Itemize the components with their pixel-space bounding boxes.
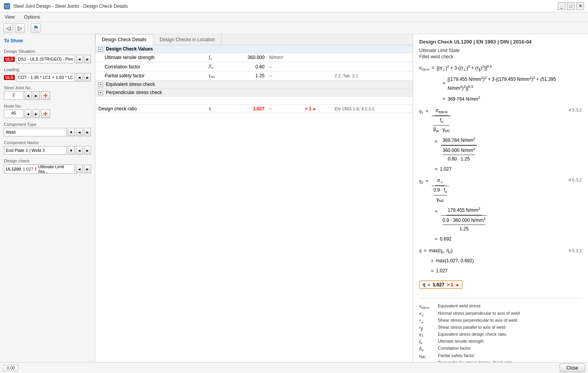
formula3-lhs: η2	[419, 176, 423, 186]
row-note-safety: 2.2, Tab. 2.1	[331, 71, 413, 80]
component-name-section: Component Name End Plate 1 | Weld 3 ▼ ◄ …	[4, 140, 91, 155]
menu-options[interactable]: Options	[23, 14, 42, 21]
weld-check-subtitle: Fillet weld check	[419, 54, 582, 59]
steel-joint-pick[interactable]: ✛	[41, 91, 50, 100]
node-no-value[interactable]: 45	[4, 110, 23, 118]
design-situation-dropdown[interactable]: DS1 - ULS (STR/GEO) - Perma...	[16, 55, 75, 63]
check-code: UL1200	[6, 167, 21, 171]
design-check-row: UL1200 1.027 ! Ultimate Limit Sta... ◄ ►	[4, 164, 91, 174]
node-no-prev[interactable]: ◄	[24, 110, 32, 118]
design-check-prev[interactable]: ◄	[76, 165, 83, 173]
steel-joint-prev[interactable]: ◄	[24, 91, 32, 100]
row-value-corr: 0.80	[228, 62, 266, 71]
row-unit-safety: --	[266, 71, 302, 80]
formula1-eq: =	[432, 64, 434, 72]
window-controls: _ □ ✕	[558, 2, 584, 10]
formula1-lhs: σeqv,w	[419, 64, 429, 73]
component-name-dropdown-arrow[interactable]: ▼	[68, 146, 75, 155]
table-row: Partial safety factor γM2 1.25 -- 2.2, T…	[95, 71, 413, 80]
right-panel: Design Check UL1200 | EN 1993 | DIN | 20…	[413, 34, 588, 362]
equiv-expand-icon[interactable]: +	[98, 82, 103, 87]
component-type-dropdown[interactable]: Weld	[4, 128, 66, 136]
formula4-eq2: max(1.027, 0.692)	[436, 257, 474, 265]
toolbar-btn-flag[interactable]: ⚑	[31, 23, 41, 33]
legend-row-0: σeqv,w Equivalent weld stress	[419, 303, 582, 309]
loading-row: ULS CO7 - 1.35 * LC1 + 1.50 * LC5... ◄ ►	[4, 73, 91, 82]
row-name-tensile: Ultimate tensile strength	[95, 53, 206, 62]
steel-joint-next[interactable]: ►	[33, 91, 40, 100]
title-bar: SJ Steel Joint Design - Steel Joints - D…	[0, 0, 588, 12]
component-type-dropdown-arrow[interactable]: ▼	[68, 128, 75, 136]
legend-row-2: τ⊥ Shear stress perpendicular to axis of…	[419, 318, 582, 324]
loading-section: Loading ULS CO7 - 1.35 * LC1 + 1.50 * LC…	[4, 67, 91, 82]
row-symbol-ratio: η	[206, 105, 228, 113]
component-type-prev[interactable]: ◄	[76, 128, 83, 136]
toolbar-btn-forward[interactable]: ▷	[15, 23, 25, 33]
perp-expand-icon[interactable]: +	[98, 91, 103, 95]
status-value: 0,00	[3, 365, 18, 371]
result-symbol: η	[423, 282, 425, 288]
bottom-bar: 0,00 Close	[0, 362, 588, 373]
loading-next[interactable]: ►	[84, 73, 91, 82]
table-row: Correlation factor βw 0.80 --	[95, 62, 413, 71]
window-title: Steel Joint Design - Steel Joints - Desi…	[13, 3, 128, 9]
node-no-next[interactable]: ►	[33, 110, 40, 118]
design-situation-row: ULS DS1 - ULS (STR/GEO) - Perma... ◄ ►	[4, 55, 91, 63]
formula2-lhs: η1	[419, 106, 423, 116]
toolbar-btn-back[interactable]: ◁	[3, 23, 13, 33]
component-type-next[interactable]: ►	[84, 128, 91, 136]
design-situation-prev[interactable]: ◄	[76, 55, 83, 63]
check-ratio: 1.027	[23, 167, 33, 171]
check-exclamation: !	[35, 166, 37, 172]
legend-block: σeqv,w Equivalent weld stress σ⊥ Normal …	[419, 298, 582, 362]
legend-row-7: γM2 Partial safety factor	[419, 353, 582, 359]
legend-row-8: η2 Perpendicular stress design check rat…	[419, 360, 582, 362]
loading-label: Loading	[4, 67, 91, 72]
row-value-safety: 1.25	[228, 71, 266, 80]
tab-design-checks-location[interactable]: Design Checks in Location	[153, 34, 222, 45]
table-spacer	[95, 97, 413, 105]
steel-joint-row: 2 ◄ ► ✛	[4, 91, 91, 100]
loading-prev[interactable]: ◄	[76, 73, 83, 82]
result-box: η = 1.027 > 1 ⬥	[419, 281, 462, 289]
legend-row-1: σ⊥ Normal stress perpendicular to axis o…	[419, 311, 582, 317]
formula4-result: 1.027	[436, 267, 448, 275]
design-check-section: Design check UL1200 1.027 ! Ultimate Lim…	[4, 159, 91, 174]
node-no-section: Node No. 45 ◄ ► ✛	[4, 104, 91, 118]
design-situation-label: Design Situation	[4, 49, 91, 54]
table-row: Ultimate tensile strength fu 360.000 N/m…	[95, 53, 413, 62]
row-unit-corr: --	[266, 62, 302, 71]
main-content: To Show Design Situation ULS DS1 - ULS (…	[0, 34, 588, 362]
node-no-pick[interactable]: ✛	[41, 110, 50, 118]
row-name-corr: Correlation factor	[95, 62, 206, 71]
restore-button[interactable]: □	[567, 2, 575, 10]
check-description: Ultimate Limit Sta...	[38, 164, 73, 174]
steel-joint-value[interactable]: 2	[4, 91, 23, 100]
menu-view[interactable]: View	[3, 14, 16, 21]
result-exclamation: ⬥	[456, 282, 459, 288]
node-no-row: 45 ◄ ► ✛	[4, 110, 91, 118]
left-panel: To Show Design Situation ULS DS1 - ULS (…	[0, 34, 95, 362]
minimize-button[interactable]: _	[558, 2, 565, 10]
close-button[interactable]: Close	[560, 364, 585, 372]
formula-block-2: η1 = σeqv,w fu βw · γM2	[419, 106, 582, 173]
component-name-prev[interactable]: ◄	[76, 146, 83, 155]
row-symbol-corr: βw	[206, 62, 228, 71]
section-expand-icon[interactable]: −	[98, 47, 103, 52]
formula4-lhs: η	[419, 247, 422, 255]
tab-design-check-details[interactable]: Design Check Details	[95, 34, 153, 45]
component-name-next[interactable]: ►	[84, 146, 91, 155]
tab-bar: Design Check Details Design Checks in Lo…	[95, 34, 413, 45]
table-row-ratio: Design check ratio η 1.027 -- > 1 ⬥ EN 1…	[95, 105, 413, 113]
formula4-eq1: max(η1, η2)	[429, 247, 453, 256]
loading-dropdown[interactable]: CO7 - 1.35 * LC1 + 1.50 * LC5...	[16, 73, 75, 82]
table-section-header: − Design Check Values	[95, 45, 413, 53]
close-button[interactable]: ✕	[576, 2, 584, 10]
formula2-ref: 4.5.3.2	[569, 106, 582, 114]
app-icon: SJ	[4, 3, 10, 9]
design-check-next[interactable]: ►	[84, 165, 91, 173]
component-name-dropdown[interactable]: End Plate 1 | Weld 3	[4, 146, 66, 155]
legend-row-6: βw Correlation factor	[419, 346, 582, 352]
design-situation-next[interactable]: ►	[84, 55, 91, 63]
right-panel-content: Design Check UL1200 | EN 1993 | DIN | 20…	[419, 39, 582, 362]
